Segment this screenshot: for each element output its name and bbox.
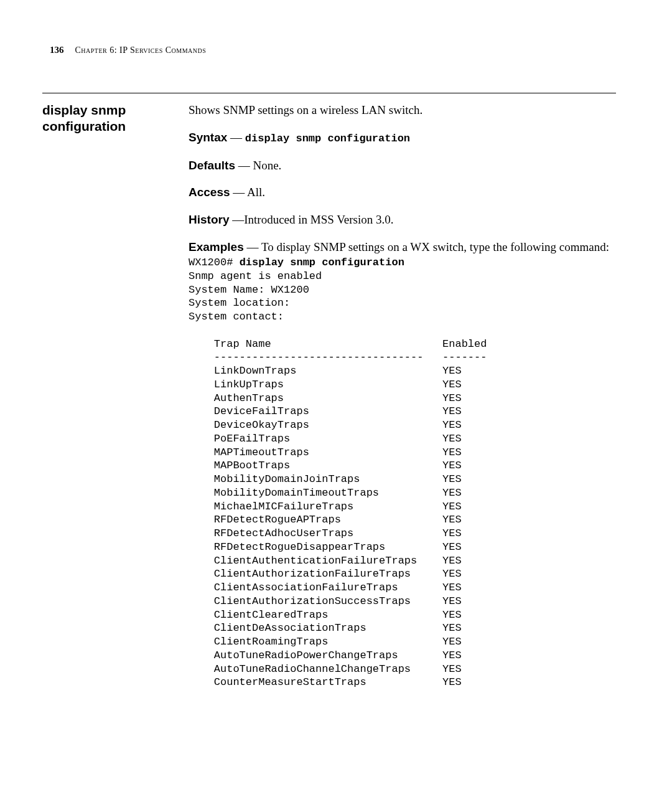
defaults-text: — None. — [235, 159, 281, 172]
syntax-line: Syntax — display snmp configuration — [189, 130, 616, 146]
example-command: display snmp configuration — [240, 257, 404, 268]
header-rule — [42, 93, 616, 93]
syntax-label: Syntax — [189, 131, 227, 144]
history-line: History —Introduced in MSS Version 3.0. — [189, 212, 616, 228]
example-preamble: Snmp agent is enabled System Name: WX120… — [189, 270, 322, 323]
access-line: Access — All. — [189, 184, 616, 201]
examples-text: — To display SNMP settings on a WX switc… — [244, 240, 609, 253]
right-column: Shows SNMP settings on a wireless LAN sw… — [189, 102, 616, 689]
trap-table: Trap Name Enabled ----------------------… — [189, 338, 487, 689]
left-column: display snmp configuration — [42, 102, 189, 689]
page-header: 136 Chapter 6: IP Services Commands — [42, 45, 616, 55]
page-number: 136 — [50, 45, 64, 55]
content-row: display snmp configuration Shows SNMP se… — [42, 102, 616, 689]
example-output: WX1200# display snmp configuration Snmp … — [189, 256, 616, 689]
page-container: 136 Chapter 6: IP Services Commands disp… — [0, 0, 672, 714]
history-label: History — [189, 213, 229, 226]
history-text: —Introduced in MSS Version 3.0. — [229, 213, 393, 226]
syntax-command: display snmp configuration — [245, 133, 410, 144]
syntax-sep: — — [227, 131, 245, 144]
chapter-label: Chapter 6: IP Services Commands — [75, 45, 207, 55]
access-text: — All. — [230, 186, 265, 199]
examples-label: Examples — [189, 240, 244, 253]
examples-line: Examples — To display SNMP settings on a… — [189, 239, 616, 255]
defaults-label: Defaults — [189, 159, 235, 172]
command-title-line1: display snmp — [42, 103, 126, 117]
command-title: display snmp configuration — [42, 102, 182, 135]
intro-text: Shows SNMP settings on a wireless LAN sw… — [189, 102, 616, 118]
defaults-line: Defaults — None. — [189, 158, 616, 174]
access-label: Access — [189, 186, 230, 199]
command-title-line2: configuration — [42, 119, 126, 133]
example-prompt: WX1200# — [189, 257, 240, 268]
